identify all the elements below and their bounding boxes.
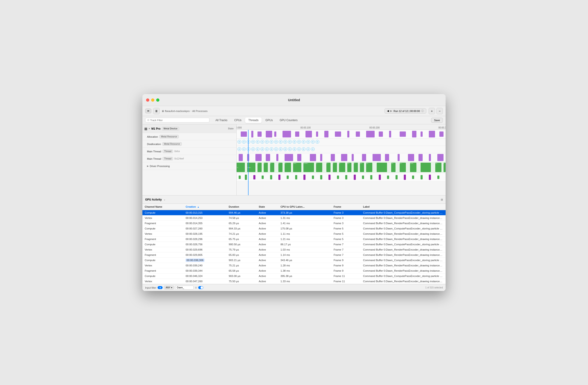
driver-processing-row: ▶ Driver Processing: [142, 162, 236, 170]
cell-state: Active: [256, 242, 278, 247]
filter-text-input[interactable]: [175, 286, 194, 289]
gpu-activity-panel: GPU Activity ⌄ ⊟ Channel Name Creation ▲…: [142, 195, 446, 291]
info-icon[interactable]: ⓘ: [421, 109, 424, 113]
cell-state: Active: [256, 231, 278, 236]
table-row[interactable]: Compute00:00.028,756900.50 μsActive86.17…: [142, 242, 446, 247]
cell-latency: 1.21 ms: [278, 236, 331, 242]
cell-label: Command Buffer 0:Dawn_RenderPassEncoder_…: [361, 279, 446, 284]
cell-state: Active: [256, 221, 278, 226]
tab-cpus[interactable]: CPUs: [231, 117, 245, 123]
driver-expand-icon[interactable]: ▶: [147, 165, 149, 167]
col-label[interactable]: Label: [361, 204, 446, 210]
cell-label: Command Buffer 0:Dawn_ComputePassEncoder…: [361, 210, 446, 215]
cell-channel: Vertex: [142, 279, 183, 284]
lane-main-thread-2[interactable]: C... Com... C... C... C... C... C... Com…: [237, 162, 446, 173]
col-state[interactable]: State: [256, 204, 278, 210]
tab-threads[interactable]: Threads: [245, 117, 262, 123]
filter-area: Input filter ● ANY ▾: [145, 286, 423, 289]
cell-duration: 74.21 μs: [227, 231, 256, 236]
lane-main-thread-1[interactable]: [237, 153, 446, 162]
filter-toggle[interactable]: [198, 286, 203, 289]
cell-creation: 00:00.047,260: [183, 279, 227, 284]
main-thread-2-tag: Thread: [163, 157, 173, 160]
tab-gpu-counters[interactable]: GPU Counters: [276, 117, 301, 123]
panel-resize-icon[interactable]: ⊟: [441, 198, 443, 201]
main-thread-1-row: Main Thread Thread 0xfce: [142, 148, 236, 155]
cell-duration: 65.75 μs: [227, 236, 256, 242]
minimize-button[interactable]: [151, 98, 154, 102]
track-filter-input[interactable]: [150, 119, 208, 122]
filter-active-tag[interactable]: ●: [158, 286, 163, 289]
remove-button[interactable]: −: [436, 108, 443, 114]
table-row[interactable]: Fragment00:00.039,34465.58 μsActive1.38 …: [142, 268, 446, 273]
cell-latency: 1.38 ms: [278, 268, 331, 273]
save-button[interactable]: Save: [431, 118, 443, 123]
track-filter-container[interactable]: ⊙: [145, 118, 210, 122]
cell-creation: 00:00.014,253: [183, 215, 227, 221]
col-creation[interactable]: Creation ▲: [183, 204, 227, 210]
table-row[interactable]: Fragment00:00.028,29665.75 μsActive1.21 …: [142, 236, 446, 242]
table-row[interactable]: Compute00:00.046,324903.00 μsActive395.3…: [142, 273, 446, 279]
processes-label[interactable]: All Processes: [192, 110, 208, 113]
back-button[interactable]: ⬅: [145, 109, 151, 113]
col-frame[interactable]: Frame: [332, 204, 361, 210]
add-button[interactable]: +: [429, 108, 435, 114]
cell-duration: 904.33 μs: [227, 226, 256, 231]
time-300: 00:00.300: [439, 126, 446, 129]
table-row[interactable]: Compute00:00.013,315904.46 μsActive373.3…: [142, 210, 446, 215]
col-duration[interactable]: Duration: [227, 204, 256, 210]
left-arrow-icon[interactable]: ◀: [387, 109, 389, 113]
lane-device[interactable]: [237, 130, 446, 139]
col-latency[interactable]: CPU to GPU Laten...: [278, 204, 331, 210]
table-row[interactable]: Compute00:00.038,306903.21 μsActive343.4…: [142, 258, 446, 263]
col-channel[interactable]: Channel Name: [142, 204, 183, 210]
cell-latency: 1.41 ms: [278, 221, 331, 226]
cell-duration: 904.46 μs: [227, 210, 256, 215]
time-ruler: 00:00.000 00:00.100 00:00.200 00:00.300: [237, 124, 446, 130]
lane-allocation[interactable]: ⊕ ⊕ ⊕ ⊕ ⊕ ⊕ ⊕ ⊕ ⊕ ⊕ ⊕ ⊕ ⊕: [237, 139, 446, 146]
cell-channel: Compute: [142, 258, 183, 263]
table-row[interactable]: Vertex00:00.028,19574.21 μsActive1.11 ms…: [142, 231, 446, 236]
close-button[interactable]: [146, 98, 149, 102]
main-thread-2-row: Main Thread Thread 0x124eef: [142, 155, 236, 162]
filter-any-dropdown[interactable]: ANY ▾: [164, 286, 174, 289]
cell-label: Command Buffer 0:Dawn_RenderPassEncoder_…: [361, 221, 446, 226]
cell-state: Active: [256, 210, 278, 215]
cell-duration: 75.79 μs: [227, 247, 256, 252]
expand-icon[interactable]: ▼: [148, 127, 150, 130]
main-thread-2-label: Main Thread: [147, 157, 161, 160]
timeline-area: ▦ ▼ M1 Pro Metal Device State Allocation…: [142, 124, 446, 195]
pause-button[interactable]: ⏸: [153, 108, 160, 114]
table-row[interactable]: Compute00:00.027,260904.33 μsActive175.0…: [142, 226, 446, 231]
cell-creation: 00:00.039,344: [183, 268, 227, 273]
table-row[interactable]: Fragment00:00.029,80565.83 μsActive1.14 …: [142, 252, 446, 258]
tab-all-tracks[interactable]: All Tracks: [212, 117, 231, 123]
table-row[interactable]: Fragment00:00.014,35565.29 μsActive1.41 …: [142, 221, 446, 226]
cell-channel: Compute: [142, 242, 183, 247]
cell-frame: Frame 5: [332, 226, 361, 231]
table-row[interactable]: Vertex00:00.047,26075.50 μsActive1.33 ms…: [142, 279, 446, 284]
pause-icon: ⏸: [155, 109, 158, 113]
cell-duration: 75.50 μs: [227, 279, 256, 284]
time-200: 00:00.200: [369, 126, 380, 129]
cell-duration: 65.29 μs: [227, 221, 256, 226]
body-area: ▦ ▼ M1 Pro Metal Device State Allocation…: [142, 124, 446, 291]
device-row: ▦ ▼ M1 Pro Metal Device State: [142, 124, 236, 133]
gpu-activity-expand[interactable]: ⌄: [164, 198, 165, 201]
device-tag: Metal Device: [162, 127, 179, 130]
chevron-down-icon: ▾: [171, 286, 172, 289]
lane-deallocation[interactable]: ⊕ ⊕ ⊕ ⊕ ⊕ ⊕ ⊕ ⊕ ⊕ ⊕ ⊕ ⊕ ⊕: [237, 146, 446, 153]
cell-channel: Fragment: [142, 252, 183, 258]
fullscreen-button[interactable]: [156, 98, 159, 102]
cell-state: Active: [256, 258, 278, 263]
lane-driver[interactable]: [237, 173, 446, 182]
main-window: Untitled ⬅ ⏸ 🖥 fbeaufort-macbookpro › Al…: [142, 94, 446, 291]
table-row[interactable]: Vertex00:00.039,24075.21 μsActive1.28 ms…: [142, 263, 446, 268]
cell-latency: 1.28 ms: [278, 263, 331, 268]
filter-status-dot: [195, 287, 197, 289]
table-row[interactable]: Vertex00:00.014,25374.58 μsActive1.31 ms…: [142, 215, 446, 221]
tab-gpus[interactable]: GPUs: [262, 117, 276, 123]
table-row[interactable]: Vertex00:00.029,69675.79 μsActive1.03 ms…: [142, 247, 446, 252]
allocation-label: Allocation: [147, 135, 158, 138]
cell-state: Active: [256, 215, 278, 221]
